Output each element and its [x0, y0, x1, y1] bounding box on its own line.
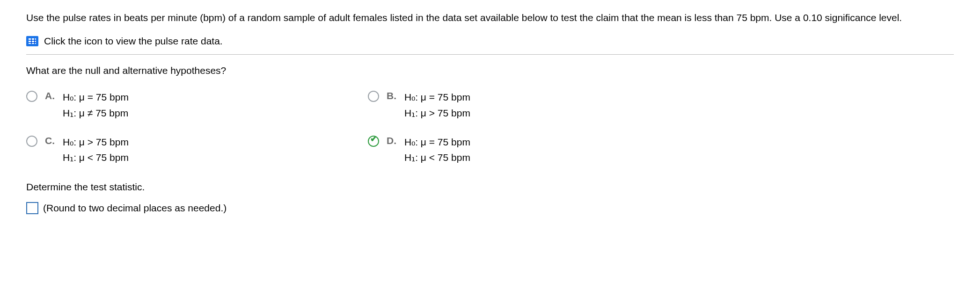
option-b-h0: H₀: μ = 75 bpm: [404, 89, 470, 105]
data-link-text[interactable]: Click the icon to view the pulse rate da…: [44, 36, 223, 47]
answer-row: (Round to two decimal places as needed.): [26, 202, 954, 214]
option-d-h1: H₁: μ < 75 bpm: [404, 150, 470, 166]
option-letter-c: C.: [45, 135, 55, 146]
option-a[interactable]: A. H₀: μ = 75 bpm H₁: μ ≠ 75 bpm: [26, 89, 340, 121]
rounding-hint: (Round to two decimal places as needed.): [43, 202, 227, 214]
option-d-h0: H₀: μ = 75 bpm: [404, 134, 470, 150]
test-statistic-input[interactable]: [26, 202, 38, 214]
radio-b[interactable]: [368, 91, 379, 102]
options-grid: A. H₀: μ = 75 bpm H₁: μ ≠ 75 bpm B. H₀: …: [26, 89, 681, 165]
radio-c[interactable]: [26, 136, 37, 147]
option-letter-d: D.: [387, 135, 397, 146]
data-link-row[interactable]: Click the icon to view the pulse rate da…: [26, 36, 954, 47]
question-hypotheses: What are the null and alternative hypoth…: [26, 65, 954, 76]
option-c-h0: H₀: μ > 75 bpm: [63, 134, 129, 150]
option-letter-a: A.: [45, 90, 55, 101]
option-d[interactable]: D. H₀: μ = 75 bpm H₁: μ < 75 bpm: [368, 134, 681, 166]
option-b[interactable]: B. H₀: μ = 75 bpm H₁: μ > 75 bpm: [368, 89, 681, 121]
radio-a[interactable]: [26, 91, 37, 102]
question-intro: Use the pulse rates in beats per minute …: [26, 11, 954, 24]
option-letter-b: B.: [387, 90, 397, 101]
option-a-h1: H₁: μ ≠ 75 bpm: [63, 105, 129, 121]
data-table-icon[interactable]: [26, 36, 38, 46]
question-test-statistic: Determine the test statistic.: [26, 181, 954, 193]
radio-d[interactable]: [368, 136, 379, 147]
divider: [26, 54, 954, 55]
option-b-h1: H₁: μ > 75 bpm: [404, 105, 470, 121]
option-c[interactable]: C. H₀: μ > 75 bpm H₁: μ < 75 bpm: [26, 134, 340, 166]
option-a-h0: H₀: μ = 75 bpm: [63, 89, 129, 105]
option-c-h1: H₁: μ < 75 bpm: [63, 150, 129, 166]
